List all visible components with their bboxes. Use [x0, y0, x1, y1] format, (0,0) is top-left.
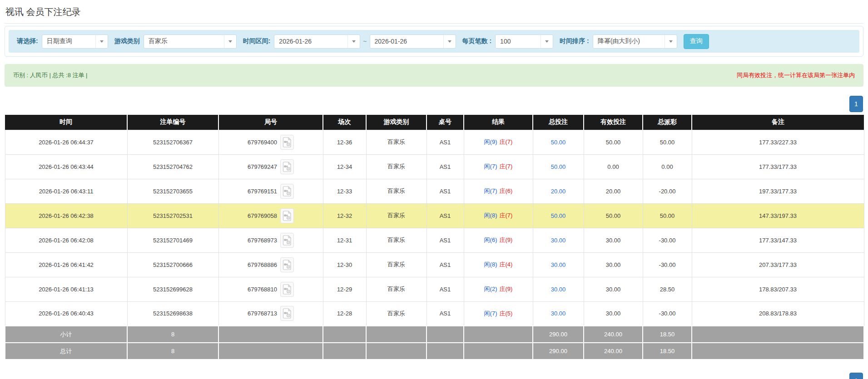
cell-valid_bet: 30.00: [584, 277, 643, 301]
video-replay-icon[interactable]: [280, 184, 294, 199]
video-replay-icon[interactable]: [280, 159, 294, 174]
chevron-down-icon: [665, 35, 677, 48]
title-bar: 视讯 会员下注纪录: [5, 0, 863, 24]
summary-cell-remark: [692, 343, 864, 359]
cell-table_no: AS1: [427, 228, 464, 252]
pagination-bottom: 1: [849, 373, 863, 379]
cell-session: 12-34: [323, 154, 366, 179]
table-head: 时间注单编号局号场次游戏类别桌号结果总投注有效投注总派彩备注: [5, 115, 864, 130]
video-replay-icon[interactable]: [280, 135, 294, 150]
cell-table_no: AS1: [427, 179, 464, 203]
pagination-page-1-bottom[interactable]: 1: [849, 373, 863, 379]
header-row: 时间注单编号局号场次游戏类别桌号结果总投注有效投注总派彩备注: [5, 115, 864, 130]
date-to-input[interactable]: 2026-01-26: [370, 34, 456, 49]
summary-cell-result: [464, 343, 533, 359]
video-replay-icon[interactable]: [280, 257, 294, 272]
cell-remark: 177.33/147.33: [692, 228, 864, 252]
table-row: 2026-01-26 06:42:08523152701469679768973…: [5, 228, 864, 252]
result-banker: 庄(7): [500, 212, 513, 219]
date-from-input[interactable]: 2026-01-26: [274, 34, 360, 49]
cell-payout: 50.00: [643, 130, 692, 154]
total-bet-link[interactable]: 30.00: [551, 310, 566, 317]
query-type-select[interactable]: 日期查询: [42, 34, 108, 49]
result-banker: 庄(9): [500, 285, 513, 292]
video-replay-icon[interactable]: [280, 306, 294, 321]
cell-result: 闲(7)庄(7): [464, 154, 533, 179]
cell-valid_bet: 50.00: [584, 203, 643, 228]
cell-result: 闲(9)庄(7): [464, 130, 533, 154]
total-bet-link[interactable]: 50.00: [551, 212, 566, 219]
total-bet-link[interactable]: 30.00: [551, 286, 566, 293]
result-player: 闲(7): [484, 310, 497, 317]
summary-cell-result: [464, 326, 533, 343]
total-bet-link[interactable]: 30.00: [551, 261, 566, 268]
summary-row: 总计8290.00240.0018.50: [5, 343, 864, 359]
column-header-payout: 总派彩: [643, 115, 692, 130]
result-player: 闲(9): [484, 138, 497, 145]
total-bet-link[interactable]: 20.00: [551, 188, 566, 195]
table-body: 2026-01-26 06:44:37523152706367679769400…: [5, 130, 864, 359]
cell-session: 12-29: [323, 277, 366, 301]
cell-bet_id: 523152706367: [127, 130, 218, 154]
cell-total_bet: 50.00: [533, 154, 584, 179]
cell-result: 闲(7)庄(5): [464, 301, 533, 326]
cell-game: 百家乐: [366, 301, 427, 326]
game-type-label: 游戏类别: [114, 37, 140, 45]
round-number: 679769151: [248, 188, 277, 195]
video-replay-icon[interactable]: [280, 233, 294, 248]
cell-payout: -30.00: [643, 252, 692, 277]
cell-payout: 28.50: [643, 277, 692, 301]
summary-cell-payout: 18.50: [643, 343, 692, 359]
summary-cell-table_no: [427, 343, 464, 359]
cell-remark: 178.83/207.33: [692, 277, 864, 301]
page-title: 视讯 会员下注纪录: [5, 6, 863, 18]
cell-round: 679769400: [218, 130, 323, 154]
round-number: 679769400: [248, 139, 277, 146]
cell-table_no: AS1: [427, 203, 464, 228]
date-from-value: 2026-01-26: [274, 35, 316, 48]
betting-records-page: 视讯 会员下注纪录 请选择: 日期查询 游戏类别 百家乐 时间区间: 2026-…: [0, 0, 868, 379]
summary-cell-time: 小计: [5, 326, 127, 343]
summary-cell-bet_id: 8: [127, 326, 218, 343]
summary-cell-bet_id: 8: [127, 343, 218, 359]
game-type-value: 百家乐: [144, 35, 172, 48]
total-bet-link[interactable]: 30.00: [551, 237, 566, 244]
pagination-page-1[interactable]: 1: [849, 96, 863, 112]
query-button[interactable]: 查询: [684, 34, 709, 49]
round-number: 679768713: [248, 310, 277, 317]
cell-total_bet: 30.00: [533, 301, 584, 326]
cell-game: 百家乐: [366, 228, 427, 252]
cell-table_no: AS1: [427, 130, 464, 154]
game-type-select[interactable]: 百家乐: [144, 34, 237, 49]
column-header-remark: 备注: [692, 115, 864, 130]
cell-valid_bet: 20.00: [584, 179, 643, 203]
sort-order-select[interactable]: 降幂(由大到小): [593, 34, 677, 49]
page-size-value: 100: [496, 35, 515, 48]
date-to-value: 2026-01-26: [370, 35, 412, 48]
cell-time: 2026-01-26 06:44:37: [5, 130, 127, 154]
page-size-label: 每页笔数 :: [462, 37, 492, 45]
cell-bet_id: 523152700666: [127, 252, 218, 277]
total-bet-link[interactable]: 50.00: [551, 163, 566, 170]
cell-bet_id: 523152704762: [127, 154, 218, 179]
cell-game: 百家乐: [366, 277, 427, 301]
chevron-down-icon: [443, 35, 456, 48]
cell-remark: 197.33/177.33: [692, 179, 864, 203]
total-bet-link[interactable]: 50.00: [551, 139, 566, 146]
cell-total_bet: 50.00: [533, 130, 584, 154]
summary-cell-round: [218, 326, 323, 343]
column-header-round: 局号: [218, 115, 323, 130]
video-replay-icon[interactable]: [280, 208, 294, 223]
cell-payout: -30.00: [643, 228, 692, 252]
sort-order-value: 降幂(由大到小): [593, 35, 645, 48]
round-number: 679768886: [248, 261, 277, 268]
page-size-select[interactable]: 100: [495, 34, 553, 49]
column-header-total_bet: 总投注: [533, 115, 584, 130]
cell-remark: 207.33/177.33: [692, 252, 864, 277]
query-type-value: 日期查询: [42, 35, 77, 48]
cell-bet_id: 523152702531: [127, 203, 218, 228]
summary-cell-game: [366, 326, 427, 343]
cell-session: 12-32: [323, 203, 366, 228]
video-replay-icon[interactable]: [280, 282, 294, 297]
cell-time: 2026-01-26 06:40:43: [5, 301, 127, 326]
